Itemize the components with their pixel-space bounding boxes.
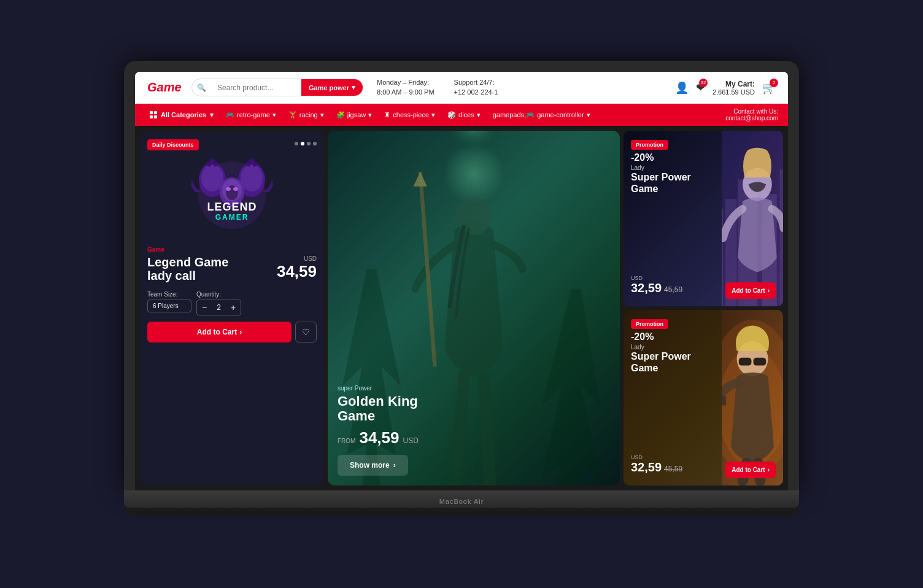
controller-icon: gamepads;🎮 bbox=[493, 110, 535, 120]
middle-product-info: super Power Golden King Game FROM 34,59 … bbox=[338, 385, 610, 476]
dot-2[interactable] bbox=[301, 142, 304, 145]
arrow-right-icon: › bbox=[768, 287, 770, 294]
legend-game-logo: LEGEND GAMER bbox=[171, 158, 293, 238]
nav-game-controller[interactable]: gamepads;🎮 game-controller ▾ bbox=[488, 107, 595, 123]
dot-1[interactable] bbox=[295, 142, 298, 145]
team-size-select[interactable]: 6 Players 4 Players 2 Players bbox=[147, 300, 191, 312]
svg-point-11 bbox=[233, 187, 238, 191]
promo-old-price-top: 45,59 bbox=[664, 285, 682, 294]
slider-dots bbox=[295, 142, 317, 145]
laptop-screen: Game 🔍 Game power ▾ Monday – Friday: 8:0… bbox=[124, 61, 799, 490]
svg-point-5 bbox=[241, 164, 263, 191]
arrow-right-icon: › bbox=[239, 328, 242, 336]
dice-icon: 🎲 bbox=[447, 111, 456, 119]
nav-all-categories[interactable]: All Categories ▾ bbox=[145, 107, 218, 123]
user-icon[interactable]: 👤 bbox=[675, 81, 689, 95]
retro-icon: 🎮 bbox=[226, 111, 234, 119]
quantity-control: − 2 + bbox=[196, 300, 241, 315]
promo-subcategory-top: Lady bbox=[631, 164, 776, 171]
wishlist-badge: 32 bbox=[699, 79, 708, 87]
add-to-cart-button[interactable]: Add to Cart › bbox=[147, 322, 292, 342]
middle-hero-panel: super Power Golden King Game FROM 34,59 … bbox=[328, 131, 620, 485]
quantity-decrease[interactable]: − bbox=[197, 300, 212, 315]
search-bar: 🔍 Game power ▾ bbox=[191, 79, 363, 96]
wishlist-icon[interactable]: ❤ 32 bbox=[696, 81, 705, 95]
search-input[interactable] bbox=[211, 80, 301, 96]
site-nav: All Categories ▾ 🎮 retro-game ▾ 🏋 racing… bbox=[135, 104, 788, 126]
laptop-wrapper: Game 🔍 Game power ▾ Monday – Friday: 8:0… bbox=[124, 61, 799, 527]
promo-discount-bottom: -20% bbox=[631, 331, 776, 342]
middle-background: super Power Golden King Game FROM 34,59 … bbox=[328, 131, 620, 485]
price-currency: USD bbox=[277, 255, 317, 262]
cart-summary[interactable]: My Cart: 2,661.59 USD bbox=[713, 80, 755, 96]
cart-badge: 2 bbox=[770, 79, 778, 87]
site-logo[interactable]: Game bbox=[147, 80, 184, 95]
grid-icon bbox=[150, 111, 157, 118]
wishlist-button[interactable]: ♡ bbox=[295, 322, 317, 342]
chess-icon: ♜ bbox=[384, 111, 390, 119]
nav-racing[interactable]: 🏋 racing ▾ bbox=[284, 107, 329, 123]
site-header: Game 🔍 Game power ▾ Monday – Friday: 8:0… bbox=[135, 72, 788, 104]
chevron-down-icon: ▾ bbox=[477, 111, 481, 119]
dot-3[interactable] bbox=[307, 142, 311, 145]
search-dropdown[interactable]: Game power ▾ bbox=[301, 79, 363, 96]
promo-bottom-section: USD 32,59 45,59 Add to Cart › bbox=[631, 454, 776, 478]
header-support: Support 24/7: +12 002-224-1 bbox=[448, 78, 504, 97]
product-price-row: Legend Game lady call USD 34,59 bbox=[147, 255, 317, 285]
jigsaw-icon: 🧩 bbox=[336, 111, 345, 119]
promo-old-price-bottom: 45,59 bbox=[664, 465, 682, 473]
chevron-down-icon: ▾ bbox=[272, 111, 276, 119]
heart-icon: ♡ bbox=[302, 327, 310, 337]
promo-title-bottom: Super Power Game bbox=[631, 350, 776, 374]
promo-price-top: 32,59 bbox=[631, 281, 662, 295]
promo-badge-bottom: Promotion bbox=[631, 319, 668, 329]
middle-price-row: FROM 34,59 USD bbox=[338, 428, 610, 447]
main-content: Daily Discounts bbox=[135, 126, 788, 490]
promo-discount-top: -20% bbox=[631, 152, 776, 163]
team-size-group: Team Size: 6 Players 4 Players 2 Players bbox=[147, 291, 191, 315]
header-schedule: Monday – Friday: 8:00 AM – 9:00 PM bbox=[371, 78, 441, 97]
laptop-bottom bbox=[124, 508, 799, 516]
promo-bottom-top: USD 32,59 45,59 Add to Cart › bbox=[631, 275, 776, 299]
nav-jigsaw[interactable]: 🧩 jigsaw ▾ bbox=[331, 107, 377, 123]
laptop-base bbox=[124, 490, 799, 508]
svg-marker-17 bbox=[414, 172, 427, 187]
show-more-button[interactable]: Show more › bbox=[338, 455, 408, 476]
promo-price-row-top: 32,59 45,59 bbox=[631, 281, 682, 295]
cart-icon[interactable]: 🛒 2 bbox=[762, 81, 776, 95]
dot-4[interactable] bbox=[313, 142, 317, 145]
promo-card-bottom: Promotion -20% Lady Super Power Game bbox=[624, 310, 783, 485]
header-right: 👤 ❤ 32 My Cart: 2,661.59 USD 🛒 2 bbox=[675, 80, 776, 96]
chevron-down-icon: ▾ bbox=[368, 111, 372, 119]
middle-category: super Power bbox=[338, 385, 610, 392]
nav-dices[interactable]: 🎲 dices ▾ bbox=[442, 107, 485, 123]
svg-point-14 bbox=[425, 131, 523, 201]
promo-currency-top: USD bbox=[631, 275, 682, 281]
svg-point-2 bbox=[201, 164, 223, 191]
nav-retro-game[interactable]: 🎮 retro-game ▾ bbox=[221, 107, 281, 123]
middle-title: Golden King Game bbox=[338, 394, 610, 424]
racing-icon: 🏋 bbox=[288, 111, 297, 119]
promo-currency-bottom: USD bbox=[631, 454, 682, 460]
game-logo-area: LEGEND GAMER bbox=[147, 155, 317, 241]
price-value: 34,59 bbox=[277, 262, 317, 281]
chevron-down-icon: ▾ bbox=[352, 83, 355, 91]
promo-content-top: Promotion -20% Lady Super Power Game bbox=[624, 131, 783, 306]
product-title: Legend Game lady call bbox=[147, 255, 228, 282]
quantity-value: 2 bbox=[212, 303, 226, 312]
promo-content-bottom: Promotion -20% Lady Super Power Game bbox=[624, 310, 783, 485]
chevron-down-icon: ▾ bbox=[320, 111, 324, 119]
product-options: Team Size: 6 Players 4 Players 2 Players… bbox=[147, 291, 317, 315]
promo-title-top: Super Power Game bbox=[631, 171, 776, 195]
promo-price-bottom: 32,59 bbox=[631, 460, 662, 474]
search-icon: 🔍 bbox=[192, 80, 211, 96]
nav-chess-piece[interactable]: ♜ chess-piece ▾ bbox=[379, 107, 440, 123]
promo-add-cart-top[interactable]: Add to Cart › bbox=[725, 282, 776, 299]
chevron-down-icon: ▾ bbox=[210, 111, 214, 119]
quantity-increase[interactable]: + bbox=[226, 300, 241, 315]
promo-add-cart-bottom[interactable]: Add to Cart › bbox=[725, 462, 776, 478]
daily-discounts-badge: Daily Discounts bbox=[147, 139, 199, 150]
quantity-group: Quantity: − 2 + bbox=[196, 291, 241, 315]
chevron-down-icon: ▾ bbox=[587, 111, 590, 119]
promo-card-top: Promotion -20% Lady Super Power Game bbox=[624, 131, 783, 306]
